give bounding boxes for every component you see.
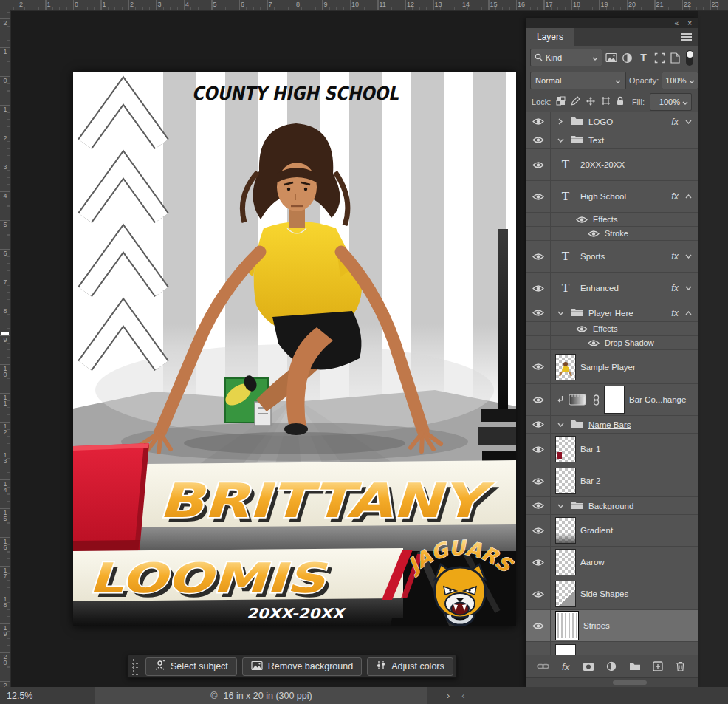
remove-background-button[interactable]: Remove background [242, 657, 362, 676]
layer-name[interactable]: Bar 1 [580, 445, 601, 454]
layer-group-row[interactable]: Name Bars [526, 416, 698, 434]
visibility-toggle[interactable] [526, 434, 551, 465]
layer-thumbnail[interactable] [556, 437, 575, 462]
filter-pixel-layers-button[interactable] [605, 49, 619, 66]
effect-name[interactable]: Effects [593, 215, 617, 224]
layer-name[interactable]: Bar Co...hange [629, 395, 686, 404]
layer-row[interactable]: Bar 1 [526, 434, 698, 465]
new-group-button[interactable] [628, 657, 642, 675]
layer-group-row[interactable]: Background [526, 497, 698, 515]
new-layer-button[interactable] [650, 657, 665, 675]
visibility-toggle[interactable] [576, 216, 588, 224]
effect-row[interactable]: Stroke [526, 227, 698, 241]
add-mask-button[interactable] [581, 657, 596, 675]
visibility-toggle[interactable] [526, 642, 551, 655]
filter-toggle-switch[interactable] [686, 50, 693, 66]
opacity-value-box[interactable]: 100% [662, 72, 698, 89]
visibility-toggle[interactable] [526, 149, 551, 180]
layer-name[interactable]: Enhanced [580, 284, 619, 293]
collapse-icon[interactable] [556, 138, 565, 143]
lock-all-icon[interactable] [616, 96, 625, 107]
taskbar-drag-handle[interactable] [131, 657, 139, 675]
layer-thumbnail[interactable] [556, 581, 575, 606]
layer-group-row[interactable]: LOGOfx [526, 112, 698, 131]
layer-row[interactable]: Bar 2 [526, 465, 698, 497]
visibility-toggle[interactable] [576, 325, 588, 333]
visibility-toggle[interactable] [588, 339, 600, 347]
lock-transparency-icon[interactable] [556, 96, 566, 107]
collapse-icon[interactable] [556, 504, 565, 508]
layer-name[interactable]: Sample Player [580, 363, 636, 372]
layer-name[interactable]: Player Here [588, 309, 633, 318]
effect-name[interactable]: Drop Shadow [605, 338, 654, 347]
layer-group-row[interactable]: Text [526, 131, 698, 149]
visibility-toggle[interactable] [526, 131, 551, 148]
chevron-up-icon[interactable] [684, 311, 693, 315]
close-panel-icon[interactable]: × [687, 20, 692, 27]
effect-name[interactable]: Stroke [605, 229, 628, 238]
layer-thumbnail[interactable] [556, 355, 575, 380]
ruler-horizontal[interactable]: 2101234567891011121314151617181920212223 [10, 0, 728, 11]
visibility-toggle[interactable] [526, 112, 551, 131]
select-subject-button[interactable]: Select subject [145, 657, 237, 676]
filter-adjustment-layers-button[interactable] [621, 49, 635, 66]
effect-name[interactable]: Effects [593, 324, 617, 333]
layer-row[interactable]: Sample Player [526, 350, 698, 384]
fx-badge[interactable]: fx [671, 117, 679, 127]
visibility-toggle[interactable] [526, 578, 551, 609]
lock-pixels-icon[interactable] [571, 96, 580, 107]
panel-menu-button[interactable] [681, 28, 698, 46]
gradient-map-icon[interactable] [569, 394, 587, 406]
layer-name[interactable]: Background [588, 502, 633, 510]
filter-shape-layers-button[interactable] [653, 49, 667, 66]
layer-name[interactable]: Side Shapes [580, 589, 628, 598]
effect-row[interactable]: Effects [526, 322, 698, 336]
document-canvas[interactable]: COUNTY HIGH SCHOOL [73, 72, 516, 626]
layer-name[interactable]: LOGO [588, 117, 613, 126]
lock-artboard-icon[interactable] [601, 96, 611, 107]
layer-name[interactable]: 20XX-20XX [580, 160, 625, 169]
layer-row[interactable]: Stripes [526, 610, 698, 642]
fx-badge[interactable]: fx [671, 308, 679, 318]
layer-name[interactable]: Name Bars [588, 420, 631, 429]
layer-row[interactable]: TSportsfx [526, 241, 698, 273]
layer-thumbnail[interactable] [556, 550, 575, 575]
effect-row[interactable]: Effects [526, 213, 698, 227]
layer-row[interactable]: BKG [526, 642, 698, 655]
fx-badge[interactable]: fx [671, 191, 679, 202]
layer-row[interactable]: Bar Co...hange [526, 384, 698, 416]
lock-position-icon[interactable] [586, 96, 596, 108]
layer-thumbnail[interactable] [556, 468, 575, 493]
layer-name[interactable]: Aarow [580, 558, 605, 567]
visibility-toggle[interactable] [588, 230, 600, 238]
visibility-toggle[interactable] [526, 610, 551, 641]
layer-thumbnail[interactable] [556, 612, 578, 640]
filter-smart-objects-button[interactable] [668, 49, 682, 66]
layer-name[interactable]: Gradient [580, 526, 613, 535]
chevron-down-icon[interactable] [684, 286, 693, 290]
visibility-toggle[interactable] [526, 465, 551, 496]
expand-icon[interactable] [556, 118, 565, 125]
tab-layers[interactable]: Layers [526, 28, 574, 46]
chevron-up-icon[interactable] [684, 194, 693, 199]
status-prev-icon[interactable]: ‹ [461, 691, 464, 701]
visibility-toggle[interactable] [526, 547, 551, 578]
delete-layer-button[interactable] [673, 657, 688, 675]
status-next-icon[interactable]: › [447, 691, 450, 701]
layer-name[interactable]: Bar 2 [580, 476, 601, 485]
fx-badge[interactable]: fx [671, 283, 679, 293]
collapse-icon[interactable] [556, 423, 565, 427]
layer-style-button[interactable]: fx [558, 657, 573, 675]
mask-thumbnail[interactable] [605, 386, 624, 413]
visibility-toggle[interactable] [526, 497, 551, 514]
visibility-toggle[interactable] [526, 384, 551, 415]
visibility-toggle[interactable] [526, 416, 551, 433]
ruler-corner[interactable] [0, 0, 11, 11]
layer-row[interactable]: THigh Schoolfx [526, 181, 698, 213]
chevron-down-icon[interactable] [684, 120, 693, 124]
visibility-toggle[interactable] [526, 350, 551, 383]
collapse-icon[interactable] [556, 311, 565, 315]
layer-row[interactable]: Gradient [526, 515, 698, 547]
layer-name[interactable]: Sports [580, 252, 605, 261]
visibility-toggle[interactable] [526, 304, 551, 321]
